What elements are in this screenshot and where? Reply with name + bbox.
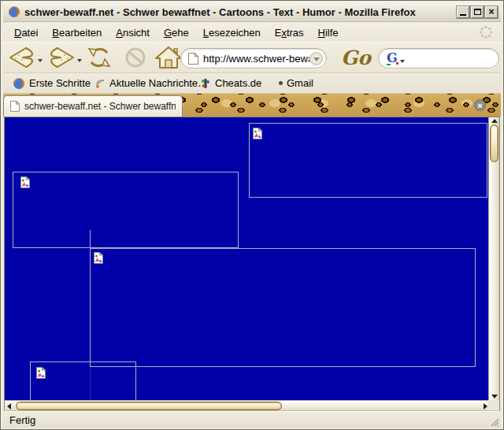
- status-text: Fertig: [9, 414, 35, 426]
- address-bar[interactable]: http://www.schwer-bewaf: [180, 48, 327, 69]
- navigation-toolbar: http://www.schwer-bewaf Go G: [3, 42, 501, 73]
- reload-icon: [85, 46, 113, 69]
- menu-lesezeichen[interactable]: Lesezeichen: [196, 24, 268, 41]
- vertical-scrollbar[interactable]: [488, 117, 499, 400]
- horizontal-scrollbar[interactable]: [5, 400, 490, 411]
- tab-schwer-bewaffnet[interactable]: schwer-bewaff.net - Schwer bewaffnet -…: [3, 95, 183, 117]
- tab-title: schwer-bewaff.net - Schwer bewaffnet -…: [24, 101, 176, 112]
- bookmark-aktuelle-nachrichten[interactable]: Aktuelle Nachrichte…: [94, 73, 208, 93]
- title-bar: schwer-bewaff.net - Schwer bewaffnet - C…: [3, 2, 501, 22]
- forward-icon: [47, 46, 76, 69]
- scroll-down-icon[interactable]: [491, 395, 498, 398]
- broken-image-icon: [20, 176, 30, 188]
- window-controls: ×: [457, 6, 498, 18]
- bullet-icon: [279, 81, 283, 85]
- back-dropdown-icon[interactable]: [38, 59, 43, 62]
- menu-extras[interactable]: Extras: [268, 24, 311, 41]
- reload-button[interactable]: [85, 46, 113, 71]
- minimize-icon: [460, 14, 466, 16]
- menu-ansicht[interactable]: Ansicht: [109, 24, 157, 41]
- broken-image-box: [13, 172, 239, 248]
- go-button[interactable]: Go: [337, 44, 375, 71]
- status-bar: Fertig: [3, 410, 501, 428]
- menu-hilfe[interactable]: Hilfe: [311, 24, 346, 41]
- cheats-favicon-icon: [200, 78, 211, 89]
- broken-image-box: [90, 248, 476, 367]
- menu-bar: Datei Bearbeiten Ansicht Gehe Lesezeiche…: [3, 23, 501, 42]
- horizontal-scrollbar-thumb[interactable]: [16, 402, 282, 410]
- page-icon: [10, 101, 20, 112]
- live-bookmark-icon: [94, 78, 106, 89]
- firefox-window: schwer-bewaff.net - Schwer bewaffnet - C…: [0, 0, 504, 430]
- bookmark-cheats-de[interactable]: Cheats.de: [200, 73, 261, 93]
- scroll-up-icon[interactable]: [491, 119, 498, 123]
- google-logo-icon: G: [387, 52, 398, 65]
- broken-image-icon: [253, 128, 262, 139]
- window-title: schwer-bewaff.net - Schwer bewaffnet - C…: [24, 6, 416, 18]
- firefox-icon: [8, 6, 20, 18]
- minimize-button[interactable]: [457, 6, 469, 18]
- page-icon: [188, 53, 198, 65]
- resize-grip[interactable]: [489, 417, 499, 427]
- bookmark-gmail[interactable]: Gmail: [279, 73, 313, 93]
- broken-image-box: [249, 123, 487, 198]
- throbber-icon: [479, 25, 493, 39]
- stop-button: [121, 46, 150, 71]
- content-frame: [4, 117, 500, 412]
- broken-image-icon: [36, 367, 46, 379]
- home-button[interactable]: [154, 46, 183, 71]
- forward-dropdown-icon[interactable]: [77, 59, 82, 62]
- bookmarks-toolbar: Erste Schritte Aktuelle Nachrichte… Chea…: [3, 73, 501, 94]
- address-dropdown-icon[interactable]: [309, 52, 323, 65]
- firefox-icon: [13, 77, 25, 90]
- broken-image-box: [30, 361, 136, 400]
- search-box[interactable]: G: [378, 48, 499, 69]
- bookmark-erste-schritte[interactable]: Erste Schritte: [13, 73, 91, 93]
- search-engine-dropdown-icon[interactable]: [400, 60, 405, 63]
- scroll-right-icon[interactable]: [484, 403, 487, 410]
- tab-bar: schwer-bewaff.net - Schwer bewaffnet -… …: [3, 94, 501, 117]
- vertical-scrollbar-thumb[interactable]: [490, 124, 498, 162]
- broken-image-icon: [94, 252, 103, 264]
- maximize-icon: [474, 9, 481, 15]
- close-icon: ×: [488, 7, 494, 17]
- back-button[interactable]: [8, 46, 43, 71]
- close-button[interactable]: ×: [485, 6, 498, 18]
- stop-icon: [121, 46, 150, 69]
- maximize-button[interactable]: [471, 6, 484, 18]
- scrollbar-corner: [488, 400, 499, 411]
- table-border-line: [90, 230, 91, 248]
- menu-bearbeiten[interactable]: Bearbeiten: [45, 24, 109, 41]
- close-tab-button[interactable]: ×: [474, 99, 486, 111]
- home-icon: [154, 46, 183, 69]
- forward-button[interactable]: [47, 46, 82, 71]
- back-icon: [8, 46, 36, 69]
- menu-gehe[interactable]: Gehe: [157, 24, 196, 41]
- address-input[interactable]: http://www.schwer-bewaf: [203, 53, 309, 65]
- scroll-left-icon[interactable]: [7, 403, 11, 410]
- menu-datei[interactable]: Datei: [7, 24, 45, 41]
- page-viewport: [5, 117, 490, 400]
